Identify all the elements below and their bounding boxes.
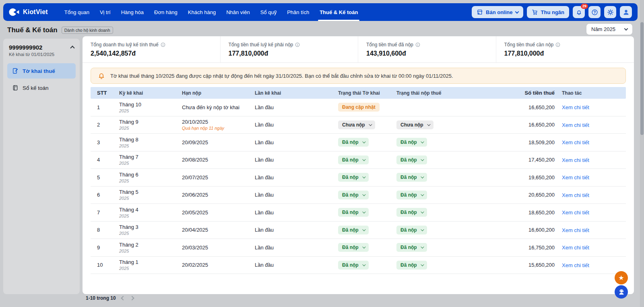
- view-detail-link[interactable]: Xem chi tiết: [562, 174, 589, 180]
- row-index: 2: [91, 122, 119, 128]
- thu-ngan-button[interactable]: Thu ngân: [527, 6, 570, 18]
- sidebar: 9999999902 Kê khai từ 01/01/2025 Tờ khai…: [3, 39, 80, 294]
- view-detail-link[interactable]: Xem chi tiết: [562, 139, 589, 145]
- status-dropdown[interactable]: Đã nộp: [396, 261, 427, 270]
- status-dropdown[interactable]: Đã nộp: [396, 191, 427, 199]
- declaration-status-cell: Đã nộp: [338, 138, 396, 147]
- account-header: 9999999902 Kê khai từ 01/01/2025: [7, 44, 76, 57]
- column-header-3: Lần kê khai: [255, 90, 338, 96]
- status-dropdown[interactable]: Chưa nộp: [338, 120, 375, 129]
- gear-icon: [607, 9, 614, 16]
- view-detail-link[interactable]: Xem chi tiết: [562, 262, 589, 268]
- stat-value: 177,810,000đ: [504, 50, 626, 57]
- previous-page-icon[interactable]: [121, 296, 125, 300]
- stat-card-1: Tổng tiền thuế luỹ kế phải nộp177,810,00…: [221, 36, 359, 62]
- declaration-attempt: Lần đầu: [255, 157, 338, 163]
- view-detail-link[interactable]: Xem chi tiết: [562, 157, 589, 163]
- year-filter-select[interactable]: Năm 2025: [586, 23, 633, 35]
- support-chat-button[interactable]: [615, 285, 628, 299]
- table-row: 6Tháng 5202520/06/2025Lần đầuĐã nộpĐã nộ…: [91, 187, 626, 204]
- summary-stats: Tổng doanh thu luỹ kế tính thuế2,540,142…: [83, 36, 634, 63]
- page-header: Thuế & Kế toán Dành cho hộ kinh doanh Nă…: [7, 24, 633, 36]
- nav-item-4[interactable]: Khách hàng: [188, 3, 216, 21]
- stat-value: 143,910,600đ: [366, 50, 488, 57]
- view-detail-link[interactable]: Xem chi tiết: [562, 104, 589, 110]
- actions-cell: Xem chi tiết: [555, 174, 626, 181]
- due-date: Chưa đến kỳ nộp tờ khai: [182, 104, 255, 110]
- account-subtitle: Kê khai từ 01/01/2025: [9, 52, 74, 57]
- info-icon[interactable]: [295, 42, 300, 47]
- status-label: Đã nộp: [400, 245, 417, 250]
- sidebar-item-so-ke-toan[interactable]: Sổ kế toán: [7, 80, 76, 95]
- sidebar-item-label: Sổ kế toán: [23, 85, 49, 91]
- declaration-status-cell: Chưa nộp: [338, 120, 396, 129]
- notifications-button[interactable]: 29: [573, 6, 585, 18]
- brand[interactable]: KiotViet: [9, 7, 48, 17]
- status-label: Đã nộp: [400, 263, 417, 268]
- info-icon[interactable]: [555, 42, 560, 47]
- help-button[interactable]: [588, 6, 601, 18]
- chevron-down-icon: [421, 140, 424, 143]
- feedback-star-button[interactable]: ★: [615, 271, 628, 284]
- status-dropdown[interactable]: Đã nộp: [338, 208, 369, 217]
- status-dropdown[interactable]: Đã nộp: [396, 243, 427, 252]
- column-header-6: Số tiền thuế: [513, 90, 555, 96]
- declaration-status-cell: Đã nộp: [338, 173, 396, 182]
- table-row: 8Tháng 3202520/04/2025Lần đầuĐã nộpĐã nộ…: [91, 222, 626, 239]
- status-label: Đã nộp: [342, 193, 359, 197]
- nav-item-8[interactable]: Thuế & Kế toán: [320, 3, 358, 21]
- nav-item-7[interactable]: Phân tích: [287, 3, 309, 21]
- status-dropdown[interactable]: Đã nộp: [338, 226, 369, 234]
- status-dropdown[interactable]: Đã nộp: [396, 226, 427, 234]
- status-dropdown[interactable]: Đã nộp: [338, 261, 369, 270]
- nav-item-2[interactable]: Hàng hóa: [121, 3, 144, 21]
- view-detail-link[interactable]: Xem chi tiết: [562, 227, 589, 233]
- account-id: 9999999902: [9, 44, 74, 51]
- ledger-book-icon: [12, 85, 19, 91]
- stat-card-0: Tổng doanh thu luỹ kế tính thuế2,540,142…: [83, 36, 221, 62]
- next-page-icon[interactable]: [130, 296, 134, 300]
- status-dropdown[interactable]: Đã nộp: [396, 173, 427, 182]
- status-dropdown[interactable]: Đã nộp: [338, 243, 369, 252]
- settings-button[interactable]: [604, 6, 616, 18]
- user-avatar[interactable]: [620, 6, 632, 18]
- declaration-attempt: Lần đầu: [255, 122, 338, 128]
- status-dropdown[interactable]: Đã nộp: [338, 191, 369, 199]
- status-dropdown[interactable]: Đã nộp: [396, 156, 427, 164]
- declaration-status-cell: Đã nộp: [338, 226, 396, 234]
- ban-online-button[interactable]: Bán online: [472, 6, 523, 18]
- declaration-status-cell: Đang cập nhật: [338, 103, 396, 112]
- view-detail-link[interactable]: Xem chi tiết: [562, 210, 589, 216]
- scrollbar-thumb[interactable]: [640, 22, 644, 135]
- status-dropdown[interactable]: Đã nộp: [338, 138, 369, 147]
- status-dropdown[interactable]: Đã nộp: [396, 208, 427, 217]
- tax-amount: 19,650,200: [513, 174, 555, 180]
- status-dropdown[interactable]: Đã nộp: [396, 138, 427, 147]
- declaration-attempt: Lần đầu: [255, 104, 338, 110]
- chevron-down-icon: [362, 175, 365, 178]
- status-dropdown[interactable]: Chưa nộp: [396, 120, 433, 129]
- column-header-7: Thao tác: [555, 90, 626, 96]
- nav-item-3[interactable]: Đơn hàng: [154, 3, 178, 21]
- due-date: 20/07/2025: [182, 174, 255, 180]
- chevron-down-icon: [421, 210, 424, 214]
- info-icon[interactable]: [161, 42, 165, 47]
- view-detail-link[interactable]: Xem chi tiết: [562, 122, 589, 128]
- status-dropdown[interactable]: Đã nộp: [338, 156, 369, 164]
- nav-item-1[interactable]: Vị trí: [100, 3, 111, 21]
- status-dropdown[interactable]: Đã nộp: [338, 173, 369, 182]
- nav-item-5[interactable]: Nhân viên: [226, 3, 250, 21]
- column-header-2: Hạn nộp: [182, 90, 255, 96]
- actions-cell: Xem chi tiết: [555, 121, 626, 129]
- view-detail-link[interactable]: Xem chi tiết: [562, 192, 589, 198]
- info-icon[interactable]: [415, 42, 420, 47]
- payment-status-cell: Đã nộp: [396, 208, 513, 217]
- due-date: 20/08/2025: [182, 157, 255, 163]
- status-label: Đã nộp: [342, 158, 359, 162]
- nav-item-0[interactable]: Tổng quan: [64, 3, 89, 21]
- view-detail-link[interactable]: Xem chi tiết: [562, 245, 589, 251]
- overdue-note: Quá hạn nộp 11 ngày: [182, 126, 255, 131]
- nav-item-6[interactable]: Sổ quỹ: [260, 3, 277, 21]
- due-date: 20/09/2025: [182, 139, 255, 145]
- sidebar-item-to-khai-thue[interactable]: Tờ khai thuế: [7, 63, 76, 79]
